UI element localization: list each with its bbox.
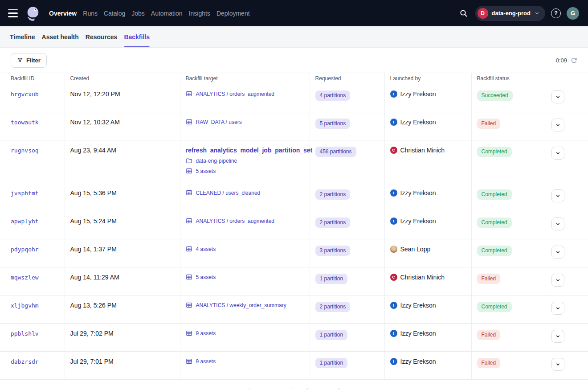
row-actions-button[interactable]	[551, 330, 564, 343]
table-icon	[186, 274, 192, 280]
created-timestamp: Nov 12, 12:20 PM	[70, 90, 120, 98]
backfill-target-link[interactable]: 4 assets	[196, 246, 216, 252]
requested-partitions-badge: 1 partition	[315, 358, 348, 368]
requested-partitions-badge: 2 partitions	[315, 302, 351, 312]
tab-timeline[interactable]: Timeline	[10, 26, 35, 47]
table-icon	[186, 246, 192, 252]
chevron-down-icon	[555, 150, 561, 156]
row-actions-button[interactable]	[551, 147, 564, 160]
launched-by-name: Christian Minich	[400, 274, 445, 281]
folder-icon	[186, 157, 192, 164]
status-badge: Completed	[477, 218, 512, 228]
chevron-down-icon	[555, 193, 561, 199]
refresh-countdown: 0:09	[556, 57, 567, 64]
row-actions-button[interactable]	[551, 302, 564, 315]
nav-item-overview[interactable]: Overview	[49, 7, 77, 20]
backfill-id-link[interactable]: hrgvcxub	[11, 91, 39, 98]
backfill-target-link[interactable]: 9 assets	[196, 330, 216, 337]
backfill-target-link[interactable]: ANALYTICS / orders_augmented	[196, 91, 275, 97]
previous-page-button[interactable]: ← Previous	[248, 388, 295, 390]
backfill-id-link[interactable]: dabzrsdr	[11, 358, 39, 365]
nav-item-insights[interactable]: Insights	[189, 7, 210, 20]
backfill-id-link[interactable]: rugnvsoq	[11, 147, 39, 154]
status-badge: Succeeded	[477, 90, 513, 101]
table-row: hrgvcxub Nov 12, 12:20 PM ANALYTICS / or…	[0, 84, 588, 112]
col-backfill-status: Backfill status	[471, 73, 546, 84]
chevron-down-icon	[555, 361, 561, 367]
status-badge: Completed	[477, 189, 512, 200]
col-launched-by: Launched by	[384, 73, 471, 84]
top-navigation: Overview Runs Catalog Jobs Automation In…	[0, 0, 588, 26]
row-actions-button[interactable]	[551, 358, 564, 371]
avatar: I	[390, 218, 397, 225]
backfill-target-link[interactable]: RAW_DATA / users	[196, 119, 242, 125]
table-row: toowautk Nov 12, 10:32 AM RAW_DATA / use…	[0, 112, 588, 140]
table-row: dabzrsdr Jul 29, 7:01 PM 9 assets 1 part…	[0, 352, 588, 380]
table-row: pdypqohr Aug 14, 1:37 PM 4 assets 3 part…	[0, 239, 588, 267]
user-avatar[interactable]: G	[567, 7, 579, 20]
created-timestamp: Aug 15, 5:36 PM	[70, 189, 117, 197]
row-actions-button[interactable]	[551, 119, 564, 131]
backfill-target-link[interactable]: CLEANED / users_cleaned	[196, 190, 261, 196]
created-timestamp: Aug 14, 11:29 AM	[70, 274, 119, 281]
row-actions-button[interactable]	[551, 246, 564, 259]
backfill-target-link[interactable]: 9 assets	[196, 358, 216, 365]
row-actions-button[interactable]	[551, 218, 564, 230]
tab-asset-health[interactable]: Asset health	[42, 26, 79, 47]
tab-resources[interactable]: Resources	[86, 26, 118, 47]
col-requested: Requested	[310, 73, 384, 84]
backfill-id-link[interactable]: jvsphtmt	[11, 190, 39, 197]
table-icon	[186, 189, 192, 196]
backfill-target-link[interactable]: ANALYTICS / weekly_order_summary	[196, 302, 286, 308]
filter-button[interactable]: Filter	[11, 53, 47, 68]
backfill-id-link[interactable]: pdypqohr	[11, 246, 39, 253]
avatar	[390, 246, 397, 253]
next-page-button[interactable]: Next →	[306, 388, 340, 390]
pagination: ← Previous Next →	[0, 380, 588, 390]
backfill-id-link[interactable]: toowautk	[11, 119, 39, 126]
search-icon[interactable]	[458, 8, 470, 19]
table-icon	[186, 218, 192, 224]
row-actions-button[interactable]	[551, 90, 564, 103]
nav-item-catalog[interactable]: Catalog	[104, 7, 125, 20]
primary-nav: Overview Runs Catalog Jobs Automation In…	[49, 7, 250, 20]
nav-item-automation[interactable]: Automation	[151, 7, 183, 20]
launched-by-name: Izzy Erekson	[400, 302, 436, 309]
requested-partitions-badge: 2 partitions	[315, 218, 351, 228]
table-row: apwplyht Aug 15, 5:24 PM ANALYTICS / ord…	[0, 211, 588, 239]
table-icon	[186, 119, 192, 125]
nav-item-runs[interactable]: Runs	[83, 7, 98, 20]
tab-backfills[interactable]: Backfills	[124, 26, 150, 47]
created-timestamp: Nov 12, 10:32 AM	[70, 119, 120, 126]
backfill-id-link[interactable]: mqwszlew	[11, 274, 39, 281]
dagster-logo[interactable]	[24, 5, 41, 22]
chevron-down-icon	[534, 10, 540, 16]
backfill-target-link[interactable]: refresh_analytics_model_job_partition_se…	[186, 147, 313, 154]
nav-item-jobs[interactable]: Jobs	[131, 7, 145, 20]
chevron-down-icon	[555, 333, 561, 339]
status-badge: Failed	[477, 358, 501, 368]
status-badge: Failed	[477, 119, 501, 129]
backfill-id-link[interactable]: apwplyht	[11, 218, 39, 225]
backfill-id-link[interactable]: ppblshlv	[11, 330, 39, 337]
backfill-id-link[interactable]: xljbgvhm	[11, 302, 39, 309]
backfill-target-link[interactable]: 5 assets	[196, 274, 216, 280]
backfill-target-link[interactable]: ANALYTICS / orders_augmented	[196, 218, 275, 224]
table-header: Backfill ID Created Backfill target Requ…	[0, 73, 588, 84]
refresh-icon[interactable]	[571, 57, 577, 64]
nav-item-deployment[interactable]: Deployment	[216, 7, 250, 20]
help-icon[interactable]: ?	[551, 8, 561, 18]
menu-hamburger-icon[interactable]	[8, 9, 19, 17]
target-detail-link[interactable]: data-eng-pipeline	[196, 158, 237, 164]
workspace-switcher[interactable]: D data-eng-prod	[475, 6, 545, 21]
created-timestamp: Aug 23, 9:44 AM	[70, 147, 117, 154]
target-detail-link[interactable]: 5 assets	[196, 168, 216, 174]
target-detail-line: 5 assets	[186, 168, 304, 174]
created-timestamp: Aug 14, 1:37 PM	[70, 246, 117, 253]
avatar: C	[390, 274, 397, 281]
col-backfill-id: Backfill ID	[0, 73, 65, 84]
row-actions-button[interactable]	[551, 274, 564, 287]
row-actions-button[interactable]	[551, 189, 564, 202]
status-badge: Completed	[477, 147, 512, 157]
toolbar: Filter 0:09	[0, 48, 588, 73]
